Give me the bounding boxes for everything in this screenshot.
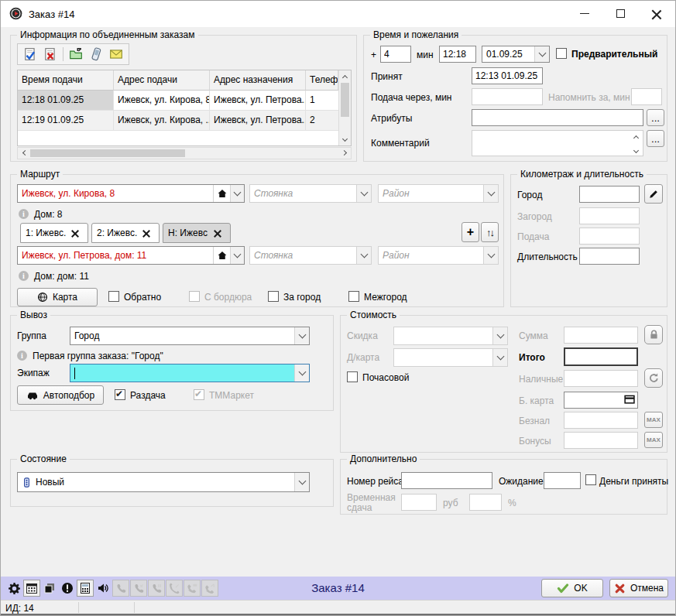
crew-combobox[interactable]	[70, 364, 310, 382]
intercity-checkbox[interactable]	[348, 291, 359, 302]
chevron-down-icon[interactable]	[483, 247, 498, 264]
bonus-max-button[interactable]: MAX	[644, 432, 663, 448]
delete-order-button[interactable]	[43, 46, 58, 62]
cash-input[interactable]	[564, 370, 638, 387]
card-icon[interactable]	[624, 394, 636, 406]
to-district-combobox[interactable]: Район	[378, 246, 499, 265]
from-address-input[interactable]	[18, 185, 213, 202]
close-tab-icon[interactable]	[213, 229, 221, 238]
scroll-thumb[interactable]	[341, 83, 349, 117]
time-input[interactable]	[439, 46, 476, 63]
feed-km-input[interactable]	[579, 228, 640, 245]
feed-in-input[interactable]	[472, 88, 543, 105]
comment-more-button[interactable]: ...	[647, 130, 664, 147]
chevron-down-icon[interactable]	[294, 327, 309, 344]
cashless-input[interactable]	[564, 412, 638, 429]
out-of-town-checkbox[interactable]	[268, 291, 279, 302]
to-address-input[interactable]	[18, 247, 213, 264]
chevron-down-icon[interactable]	[492, 349, 507, 366]
swap-points-button[interactable]: ↑↓	[481, 222, 499, 242]
to-address-combobox[interactable]	[17, 246, 245, 265]
tmmarket-checkbox[interactable]	[194, 389, 204, 400]
table-row[interactable]: 12:19 01.09.25 Ижевск, ул. Кирова, ... И…	[18, 111, 351, 131]
dcard-combobox[interactable]	[393, 348, 508, 367]
bank-card-input[interactable]	[564, 392, 638, 409]
column-header[interactable]: Время подачи	[18, 70, 114, 91]
close-tab-icon[interactable]	[142, 229, 150, 238]
duration-input[interactable]	[579, 248, 640, 265]
scroll-right-icon[interactable]	[339, 148, 351, 159]
ok-button[interactable]: OK	[541, 579, 603, 597]
lock-sum-button[interactable]	[644, 325, 663, 344]
maximize-button[interactable]	[602, 1, 638, 26]
open-order-button[interactable]	[68, 46, 84, 62]
chevron-down-icon[interactable]	[483, 185, 498, 202]
route-tab-2[interactable]: 2: Ижевс...	[91, 223, 160, 243]
chevron-down-icon[interactable]	[492, 327, 507, 344]
map-button[interactable]: Карта	[17, 288, 98, 306]
hourly-checkbox[interactable]	[347, 371, 358, 382]
chevron-down-icon[interactable]	[356, 247, 371, 264]
waiting-input[interactable]	[544, 472, 581, 489]
home-icon[interactable]	[213, 247, 230, 264]
comment-scroll[interactable]	[630, 132, 641, 154]
send-sms-button[interactable]	[108, 46, 124, 62]
edit-mileage-button[interactable]	[644, 184, 663, 204]
chevron-down-icon[interactable]	[534, 46, 549, 62]
total-input[interactable]	[564, 347, 638, 366]
scroll-thumb[interactable]	[30, 149, 185, 157]
discount-combobox[interactable]	[393, 327, 508, 345]
from-stand-combobox[interactable]: Стоянка	[249, 184, 372, 203]
recalc-button[interactable]	[644, 368, 663, 388]
from-address-combobox[interactable]	[17, 184, 245, 203]
scroll-down-icon[interactable]	[339, 134, 351, 145]
attributes-input[interactable]	[472, 109, 643, 126]
remind-input[interactable]	[631, 88, 662, 105]
scroll-left-icon[interactable]	[18, 148, 29, 159]
column-header[interactable]: Адрес назначения	[210, 70, 306, 91]
city-km-input[interactable]	[579, 186, 640, 203]
route-tab-1[interactable]: 1: Ижевс...	[20, 223, 88, 243]
delay-minutes-input[interactable]	[380, 46, 411, 63]
sum-input[interactable]	[564, 327, 638, 344]
horizontal-scrollbar[interactable]	[17, 147, 352, 159]
scroll-up-icon[interactable]	[339, 70, 351, 82]
close-tab-icon[interactable]	[70, 229, 79, 238]
back-checkbox[interactable]	[108, 291, 119, 302]
column-header[interactable]: Телефон	[306, 70, 338, 91]
auto-select-button[interactable]: Автоподбор	[17, 385, 104, 405]
chevron-down-icon[interactable]	[230, 185, 244, 202]
vertical-scrollbar[interactable]	[338, 70, 351, 145]
bonus-input[interactable]	[564, 432, 638, 449]
to-stand-combobox[interactable]: Стоянка	[249, 246, 372, 265]
chevron-down-icon[interactable]	[294, 473, 309, 491]
preliminary-checkbox[interactable]	[556, 48, 567, 59]
add-point-button[interactable]: +	[462, 222, 479, 242]
chevron-down-icon[interactable]	[356, 185, 371, 202]
call-client-button[interactable]	[88, 46, 104, 62]
distribution-checkbox[interactable]	[115, 389, 125, 400]
group-combobox[interactable]: Город	[70, 327, 310, 345]
table-row[interactable]: 12:18 01.09.25 Ижевск, ул. Кирова, 8 Иже…	[18, 91, 351, 111]
attributes-more-button[interactable]: ...	[647, 109, 664, 126]
route-tab-final[interactable]: Н: Ижевс...	[163, 223, 231, 243]
home-icon[interactable]	[213, 185, 230, 202]
cancel-button[interactable]: Отмена	[609, 579, 668, 597]
comment-textarea[interactable]	[472, 130, 643, 156]
minimize-button[interactable]	[567, 1, 602, 26]
from-district-combobox[interactable]: Район	[378, 184, 499, 203]
chevron-down-icon[interactable]	[294, 364, 309, 382]
close-button[interactable]	[638, 1, 674, 26]
curb-checkbox[interactable]	[189, 291, 200, 302]
cashless-max-button[interactable]: MAX	[644, 412, 663, 428]
chevron-down-icon[interactable]	[230, 247, 244, 264]
date-combobox[interactable]: 01.09.25	[482, 46, 550, 63]
accepted-time-input[interactable]	[472, 67, 543, 84]
suburb-km-input[interactable]	[579, 207, 640, 224]
temp-change-rub-input[interactable]	[401, 494, 437, 511]
edit-order-button[interactable]	[22, 46, 38, 62]
money-accepted-checkbox[interactable]	[585, 474, 596, 485]
column-header[interactable]: Адрес подачи	[114, 70, 210, 91]
state-combobox[interactable]: Новый	[17, 472, 310, 492]
flight-input[interactable]	[401, 472, 492, 489]
